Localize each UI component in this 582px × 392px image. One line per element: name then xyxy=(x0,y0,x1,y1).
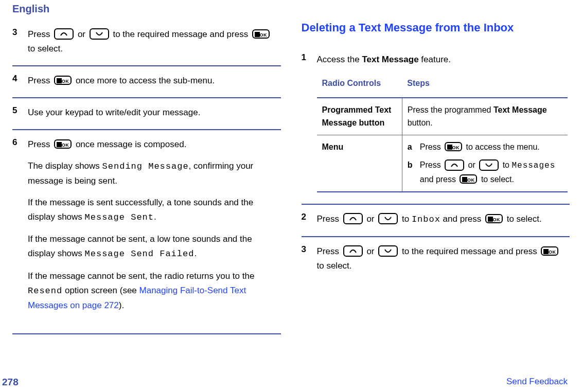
step-body: Press OK once message is composed.The di… xyxy=(28,130,281,312)
substep-body: Press or to Messages and press OK to sel… xyxy=(420,158,562,186)
display-text: Inbox xyxy=(412,215,440,224)
ok-button-icon: OK xyxy=(485,214,503,223)
step-body: Press or to the required message and pre… xyxy=(317,237,570,273)
table-cell-label: Programmed Text Mes­sage button xyxy=(317,98,402,135)
step-paragraph: Press or to the required message and pre… xyxy=(28,27,279,56)
table-cell-steps: Press the programmed Text Message button… xyxy=(402,98,568,135)
substep: aPress OK to access the menu. xyxy=(408,140,562,154)
display-text: Resend xyxy=(28,286,62,296)
right-column: Deleting a Text Message from the Inbox 1… xyxy=(302,20,570,334)
step-paragraph: Press or to the required message and pre… xyxy=(317,244,568,273)
up-arrow-icon xyxy=(445,159,464,171)
step-paragraph: Press or to Inbox and press OK to select… xyxy=(317,212,542,227)
step-item: 4Press OK once more to access the sub-me… xyxy=(12,65,281,97)
section-heading: Deleting a Text Message from the Inbox xyxy=(302,20,570,36)
display-text: Sending Message xyxy=(102,162,189,171)
step-paragraph: The display shows Sending Message, confi… xyxy=(28,159,279,188)
footer: 278 Send Feedback xyxy=(0,377,582,388)
table-header: Radio Con­trols xyxy=(317,74,402,98)
step-number: 6 xyxy=(12,130,28,312)
step-body: Press or to Inbox and press OK to select… xyxy=(317,205,544,227)
step-paragraph: If the message is sent successfully, a t… xyxy=(28,195,279,225)
left-steps-list: 3Press or to the required message and pr… xyxy=(12,20,281,322)
step-body: Access the Text Message feature.Radio Co… xyxy=(317,45,570,194)
step-paragraph: If the message cannot be sent, a low ton… xyxy=(28,232,279,261)
display-text: Message Sent xyxy=(85,212,154,222)
step-item: 2Press or to Inbox and press OK to selec… xyxy=(302,204,570,236)
step-body: Press or to the required message and pre… xyxy=(28,20,281,56)
down-arrow-icon xyxy=(479,159,499,171)
step-body: Press OK once more to access the sub-men… xyxy=(28,66,217,88)
step-number: 2 xyxy=(302,205,317,227)
substep-body: Press OK to access the menu. xyxy=(420,140,540,154)
up-arrow-icon xyxy=(54,28,74,40)
page-number: 278 xyxy=(0,377,19,388)
display-text: Messages xyxy=(512,161,555,170)
step-item: 1Access the Text Message feature.Radio C… xyxy=(302,45,570,204)
step-item: 3Press or to the required message and pr… xyxy=(12,20,281,65)
table-cell-steps: aPress OK to access the menu.bPress or t… xyxy=(402,135,568,191)
left-column: 3Press or to the required message and pr… xyxy=(12,20,281,334)
down-arrow-icon xyxy=(378,213,398,224)
step-number: 5 xyxy=(12,98,28,120)
up-arrow-icon xyxy=(343,245,363,257)
substep: bPress or to Messages and press OK to se… xyxy=(408,158,562,186)
step-number: 1 xyxy=(302,45,317,194)
ok-button-icon: OK xyxy=(541,246,558,256)
ok-button-icon: OK xyxy=(54,76,72,85)
ok-button-icon: OK xyxy=(54,139,72,149)
step-item: 5Use your keypad to write/edit your mess… xyxy=(12,97,281,129)
step-number: 3 xyxy=(302,237,317,273)
ok-button-icon: OK xyxy=(445,142,462,151)
step-number: 4 xyxy=(12,66,28,88)
display-text: Message Send Failed xyxy=(85,249,195,259)
ok-button-icon: OK xyxy=(460,174,477,184)
table-header: Steps xyxy=(402,74,568,98)
divider xyxy=(12,333,281,334)
up-arrow-icon xyxy=(343,213,363,224)
substep-letter: b xyxy=(408,158,420,186)
down-arrow-icon xyxy=(378,245,398,257)
step-paragraph: Use your keypad to write/edit your messa… xyxy=(28,105,200,120)
language-header: English xyxy=(0,0,582,20)
step-paragraph: Press OK once more to access the sub-men… xyxy=(28,74,215,88)
down-arrow-icon xyxy=(90,28,109,40)
bold-text: Text Message xyxy=(493,105,547,114)
step-paragraph: Access the Text Message feature. xyxy=(317,52,568,67)
ok-button-icon: OK xyxy=(252,29,270,39)
table-cell-label: Menu xyxy=(317,135,402,191)
step-number: 3 xyxy=(12,20,28,56)
step-body: Use your keypad to write/edit your messa… xyxy=(28,98,202,120)
step-item: 3Press or to the required message and pr… xyxy=(302,236,570,282)
step-paragraph: If the message cannot be sent, the radio… xyxy=(28,269,279,313)
step-item: 6Press OK once message is composed.The d… xyxy=(12,129,281,322)
right-steps-list: 1Access the Text Message feature.Radio C… xyxy=(302,45,570,282)
bold-text: Text Message xyxy=(362,55,418,64)
content-columns: 3Press or to the required message and pr… xyxy=(0,20,582,334)
step-paragraph: Press OK once message is composed. xyxy=(28,137,279,152)
send-feedback-link[interactable]: Send Feedback xyxy=(506,377,568,388)
radio-controls-table: Radio Con­trolsStepsProgrammed Text Mes­… xyxy=(317,74,568,192)
substep-letter: a xyxy=(408,140,420,154)
